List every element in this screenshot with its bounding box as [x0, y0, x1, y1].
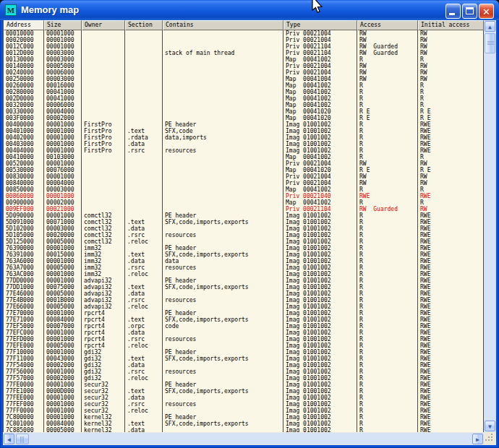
table-row[interactable]: 0040100000001000FirstPro.textSFX,codeIma… [4, 128, 485, 134]
column-header-type[interactable]: Type [283, 20, 357, 30]
cell-owner [82, 167, 125, 173]
cell-initial-access: RWE [418, 408, 484, 414]
table-row[interactable]: 77DD000000001000advapi32PE headerImag 01… [4, 277, 485, 284]
table-row[interactable]: 5D09000000001000comctl32PE headerImag 01… [4, 212, 485, 219]
cell-type: Priv 00021004 [283, 160, 357, 167]
table-row[interactable]: 77FE000000001000secur32PE headerImag 010… [4, 382, 485, 388]
cell-initial-access: RWE [418, 316, 484, 323]
table-row[interactable]: 0012D00000003000stack of main threadPriv… [4, 50, 485, 56]
window-menu-icon[interactable]: M [5, 4, 17, 16]
table-row[interactable]: 763A700000005000imm32.rsrcresourcesImag … [4, 264, 485, 271]
table-row[interactable]: 0040200000001000FirstPro.rdatadata,impor… [4, 134, 485, 141]
table-row[interactable]: 0090000000002000Map 00041002RR [4, 199, 485, 206]
table-row[interactable]: 0040400000001000FirstPro.rsrcresourcesIm… [4, 147, 485, 154]
table-row[interactable]: 5D10500000020000comctl32.rsrcresourcesIm… [4, 232, 485, 238]
scroll-left-button[interactable]: ◀ [4, 434, 14, 444]
table-row[interactable]: 77E7100000084000rpcrt4.textSFX,code,impo… [4, 316, 485, 323]
table-row[interactable]: 0001000000001000Priv 00021004RWRW [4, 30, 485, 37]
table-row[interactable]: 77E4B0000001B000advapi32.rsrcresourcesIm… [4, 297, 485, 303]
cell-section [125, 69, 163, 76]
table-row[interactable]: 009EF00000021000Priv 00021104RW GuardedR… [4, 206, 485, 212]
table-row[interactable]: 7C80100000084000kernel32.textSFX,code,im… [4, 421, 485, 427]
cell-owner: imm32 [82, 245, 125, 251]
table-row[interactable]: 5D12500000005000comctl32.relocImag 01001… [4, 238, 485, 245]
column-header-section[interactable]: Section [125, 20, 163, 30]
table-row[interactable]: 0013000000003000Map 00041002RR [4, 56, 485, 63]
table-row[interactable]: 0014000000005000Priv 00021004RWRW [4, 63, 485, 69]
column-header-contains[interactable]: Contains [163, 20, 283, 30]
table-row[interactable]: 763AC00000001000imm32.relocImag 01001002… [4, 271, 485, 277]
column-header-initial-access[interactable]: Initial access [418, 20, 484, 30]
table-row[interactable]: 0040000000001000FirstProPE headerImag 01… [4, 121, 485, 128]
table-row[interactable]: 0040300000001000FirstPro.dataImag 010010… [4, 141, 485, 147]
table-row[interactable]: 0032000000006000Map 00041002RR [4, 102, 485, 108]
table-row[interactable]: 0012C00000001000Priv 00021104RW GuardedR… [4, 43, 485, 50]
scroll-up-button[interactable]: ▲ [485, 21, 495, 32]
table-row[interactable]: 77FE10000000D000secur32.textSFX,code,imp… [4, 388, 485, 395]
close-button[interactable]: ✕ [479, 4, 494, 19]
table-row[interactable]: 77DD100000075000advapi32.textSFX,code,im… [4, 284, 485, 290]
table-row[interactable]: 0052000000001000Priv 00021004RWRW [4, 160, 485, 167]
table-row[interactable]: 77F1000000001000gdi32PE headerImag 01001… [4, 349, 485, 356]
table-row[interactable]: 0028000000041000Map 00041002RR [4, 89, 485, 95]
table-row[interactable]: 77F5600000001000gdi32.rsrcresourcesImag … [4, 369, 485, 375]
table-row[interactable]: 77E6600000005000advapi32.relocImag 01001… [4, 303, 485, 310]
scroll-right-button[interactable]: ▶ [472, 434, 483, 444]
table-row[interactable]: 77F5400000002000gdi32.dataImag 01001002R… [4, 362, 485, 369]
table-row[interactable]: 0025000000003000Map 00041004RWRW [4, 76, 485, 82]
horizontal-scrollbar[interactable]: ◀ ▶ [3, 432, 484, 444]
column-header-size[interactable]: Size [44, 20, 82, 30]
table-row[interactable]: 002D000000041000Map 00041002RR [4, 95, 485, 102]
table-row[interactable]: 0085000000003000Map 00041002RR [4, 186, 485, 193]
table-row[interactable]: 0041000000103000Map 00041002RR [4, 154, 485, 160]
table-row[interactable]: 0033000000004000Map 00041020R ER E [4, 108, 485, 115]
table-row[interactable]: 5D10200000003000comctl32.dataImag 010010… [4, 225, 485, 232]
vertical-scroll-thumb[interactable] [485, 33, 495, 53]
table-row[interactable]: 77FEF00000001000secur32.rsrcresourcesIma… [4, 401, 485, 408]
maximize-button[interactable] [462, 4, 477, 19]
table-row[interactable]: 763A600000001000imm32.datadataImag 01001… [4, 258, 485, 264]
table-row[interactable]: 0026000000016000Map 00041002RR [4, 82, 485, 89]
table-row[interactable]: 003F000000002000Map 00041020R ER E [4, 115, 485, 121]
table-row[interactable]: 77E4600000005000advapi32.dataImag 010010… [4, 290, 485, 297]
table-row[interactable]: 0053000000076000Map 00041020R ER E [4, 167, 485, 173]
cell-size: 00071000 [44, 219, 82, 225]
cell-initial-access: RWE [418, 212, 484, 219]
table-row[interactable]: 5D09100000071000comctl32.textSFX,code,im… [4, 219, 485, 225]
table-row[interactable]: 7C80000000001000kernel32PE headerImag 01… [4, 414, 485, 421]
table-row[interactable]: 7639100000015000imm32.textSFX,code,impor… [4, 251, 485, 258]
table-row[interactable]: 0083000000001000Priv 00021004RWRW [4, 173, 485, 180]
resize-grip[interactable] [484, 432, 496, 444]
minimize-button[interactable] [445, 4, 461, 19]
table-row[interactable]: 77E7000000001000rpcrt4PE headerImag 0100… [4, 310, 485, 316]
cell-size: 00001000 [44, 134, 82, 141]
table-row[interactable]: 77EF500000007000rpcrt4.orpccodeImag 0100… [4, 323, 485, 329]
table-row[interactable]: 77EFC00000001000rpcrt4.dataImag 01001002… [4, 329, 485, 336]
scroll-down-button[interactable]: ▼ [485, 421, 495, 431]
table-row[interactable]: 77EFE00000005000rpcrt4.relocImag 0100100… [4, 343, 485, 349]
cell-size: 00041000 [44, 95, 82, 102]
table-row[interactable]: 77EFD00000001000rpcrt4.rsrcresourcesImag… [4, 336, 485, 343]
column-header-owner[interactable]: Owner [82, 20, 125, 30]
cell-initial-access: RWE [418, 336, 484, 343]
title-bar[interactable]: M Memory map ✕ [0, 0, 499, 20]
table-row[interactable]: 77F1100000043000gdi32.textSFX,code,impor… [4, 356, 485, 362]
cell-initial-access: RW [418, 30, 484, 37]
column-header-address[interactable]: Address [4, 20, 44, 30]
column-header-access[interactable]: Access [357, 20, 418, 30]
table-row[interactable]: 77F5700000002000gdi32.relocImag 01001002… [4, 375, 485, 382]
table-row[interactable]: 7639000000001000imm32PE headerImag 01001… [4, 245, 485, 251]
table-row[interactable]: 0024000000006000Priv 00021004RWRW [4, 69, 485, 76]
table-row[interactable]: 7C88500000005000kernel32.dataImag 010010… [4, 427, 485, 432]
table-row[interactable]: 77FF000000001000secur32.relocImag 010010… [4, 408, 485, 414]
vertical-scrollbar[interactable]: ▲ ▼ [484, 20, 496, 432]
table-row[interactable]: 0002000000001000Priv 00021004RWRW [4, 37, 485, 43]
client-area: AddressSizeOwnerSectionContainsTypeAcces… [3, 20, 496, 445]
horizontal-scroll-thumb[interactable] [16, 434, 29, 444]
cell-type: Map 00041020 [283, 115, 357, 121]
cell-size: 00003000 [44, 225, 82, 232]
table-row[interactable]: 77FEE00000001000secur32.dataImag 0100100… [4, 395, 485, 401]
table-row[interactable]: 0086000000001000Priv 00021040RWERWE [4, 193, 485, 199]
table-row[interactable]: 0084000000004000Priv 00021004RWRW [4, 180, 485, 186]
cell-address: 77DD1000 [4, 284, 44, 290]
